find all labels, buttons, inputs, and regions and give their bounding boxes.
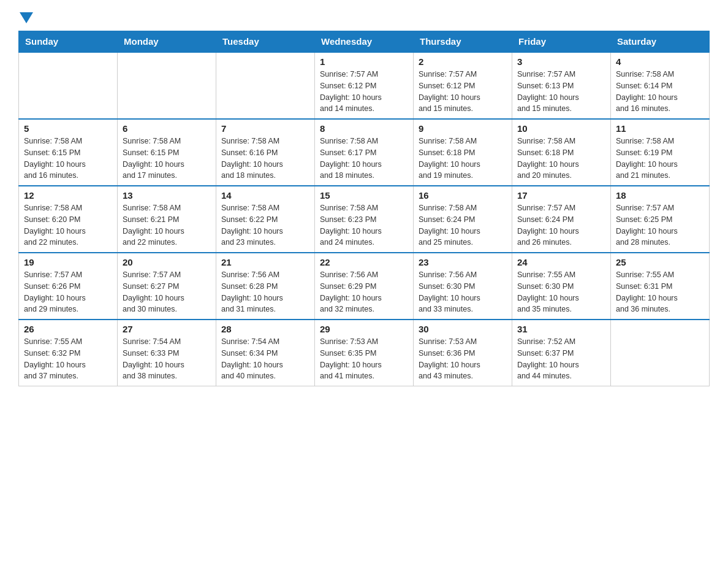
day-of-week-header: Wednesday: [315, 31, 414, 53]
day-number: 13: [123, 190, 211, 201]
day-of-week-header: Monday: [118, 31, 216, 53]
day-info: Sunrise: 7:58 AM Sunset: 6:14 PM Dayligh…: [616, 69, 704, 115]
calendar-cell: 23Sunrise: 7:56 AM Sunset: 6:30 PM Dayli…: [414, 253, 512, 320]
calendar-cell: 31Sunrise: 7:52 AM Sunset: 6:37 PM Dayli…: [512, 320, 611, 386]
calendar-cell: [19, 52, 118, 119]
day-of-week-header: Saturday: [611, 31, 710, 53]
day-number: 27: [123, 324, 211, 334]
calendar-cell: 20Sunrise: 7:57 AM Sunset: 6:27 PM Dayli…: [118, 253, 216, 320]
logo-triangle-icon: [20, 12, 33, 25]
day-number: 4: [616, 56, 704, 67]
calendar-cell: 22Sunrise: 7:56 AM Sunset: 6:29 PM Dayli…: [315, 253, 414, 320]
calendar-cell: 25Sunrise: 7:55 AM Sunset: 6:31 PM Dayli…: [611, 253, 710, 320]
day-info: Sunrise: 7:56 AM Sunset: 6:28 PM Dayligh…: [221, 269, 309, 315]
day-number: 10: [517, 123, 605, 134]
day-info: Sunrise: 7:58 AM Sunset: 6:22 PM Dayligh…: [221, 202, 309, 248]
day-number: 19: [24, 257, 112, 267]
day-info: Sunrise: 7:57 AM Sunset: 6:13 PM Dayligh…: [517, 69, 605, 115]
day-number: 12: [24, 190, 112, 201]
calendar-cell: 18Sunrise: 7:57 AM Sunset: 6:25 PM Dayli…: [611, 186, 710, 253]
calendar-cell: 13Sunrise: 7:58 AM Sunset: 6:21 PM Dayli…: [118, 186, 216, 253]
day-number: 21: [221, 257, 309, 267]
day-number: 30: [419, 324, 507, 334]
day-info: Sunrise: 7:55 AM Sunset: 6:30 PM Dayligh…: [517, 269, 605, 315]
calendar-cell: 16Sunrise: 7:58 AM Sunset: 6:24 PM Dayli…: [414, 186, 512, 253]
calendar-cell: [216, 52, 315, 119]
day-number: 23: [419, 257, 507, 267]
day-info: Sunrise: 7:58 AM Sunset: 6:18 PM Dayligh…: [419, 136, 507, 182]
day-info: Sunrise: 7:58 AM Sunset: 6:23 PM Dayligh…: [320, 202, 408, 248]
day-info: Sunrise: 7:57 AM Sunset: 6:24 PM Dayligh…: [517, 202, 605, 248]
day-info: Sunrise: 7:56 AM Sunset: 6:29 PM Dayligh…: [320, 269, 408, 315]
day-info: Sunrise: 7:58 AM Sunset: 6:21 PM Dayligh…: [123, 202, 211, 248]
day-number: 6: [123, 123, 211, 134]
calendar-week-row: 12Sunrise: 7:58 AM Sunset: 6:20 PM Dayli…: [19, 186, 710, 253]
day-number: 26: [24, 324, 112, 334]
calendar-week-row: 1Sunrise: 7:57 AM Sunset: 6:12 PM Daylig…: [19, 52, 710, 119]
day-info: Sunrise: 7:57 AM Sunset: 6:12 PM Dayligh…: [320, 69, 408, 115]
day-number: 3: [517, 56, 605, 67]
day-number: 2: [419, 56, 507, 67]
day-number: 11: [616, 123, 704, 134]
day-info: Sunrise: 7:53 AM Sunset: 6:36 PM Dayligh…: [419, 336, 507, 382]
calendar-cell: 21Sunrise: 7:56 AM Sunset: 6:28 PM Dayli…: [216, 253, 315, 320]
day-number: 8: [320, 123, 408, 134]
calendar-cell: [118, 52, 216, 119]
day-number: 18: [616, 190, 704, 201]
day-info: Sunrise: 7:57 AM Sunset: 6:26 PM Dayligh…: [24, 269, 112, 315]
calendar-cell: 17Sunrise: 7:57 AM Sunset: 6:24 PM Dayli…: [512, 186, 611, 253]
day-number: 25: [616, 257, 704, 267]
calendar-week-row: 26Sunrise: 7:55 AM Sunset: 6:32 PM Dayli…: [19, 320, 710, 386]
day-info: Sunrise: 7:58 AM Sunset: 6:20 PM Dayligh…: [24, 202, 112, 248]
calendar-cell: 24Sunrise: 7:55 AM Sunset: 6:30 PM Dayli…: [512, 253, 611, 320]
day-number: 24: [517, 257, 605, 267]
calendar-cell: 10Sunrise: 7:58 AM Sunset: 6:18 PM Dayli…: [512, 119, 611, 186]
calendar-cell: [611, 320, 710, 386]
calendar-cell: 30Sunrise: 7:53 AM Sunset: 6:36 PM Dayli…: [414, 320, 512, 386]
day-number: 20: [123, 257, 211, 267]
day-of-week-header: Sunday: [19, 31, 118, 53]
calendar-cell: 28Sunrise: 7:54 AM Sunset: 6:34 PM Dayli…: [216, 320, 315, 386]
calendar-table: SundayMondayTuesdayWednesdayThursdayFrid…: [18, 31, 710, 386]
day-of-week-header: Thursday: [414, 31, 512, 53]
page-header: [18, 12, 710, 25]
calendar-cell: 19Sunrise: 7:57 AM Sunset: 6:26 PM Dayli…: [19, 253, 118, 320]
calendar-week-row: 19Sunrise: 7:57 AM Sunset: 6:26 PM Dayli…: [19, 253, 710, 320]
day-info: Sunrise: 7:55 AM Sunset: 6:32 PM Dayligh…: [24, 336, 112, 382]
day-number: 1: [320, 56, 408, 67]
day-number: 31: [517, 324, 605, 334]
day-info: Sunrise: 7:58 AM Sunset: 6:18 PM Dayligh…: [517, 136, 605, 182]
calendar-cell: 2Sunrise: 7:57 AM Sunset: 6:12 PM Daylig…: [414, 52, 512, 119]
day-number: 22: [320, 257, 408, 267]
calendar-cell: 7Sunrise: 7:58 AM Sunset: 6:16 PM Daylig…: [216, 119, 315, 186]
day-info: Sunrise: 7:56 AM Sunset: 6:30 PM Dayligh…: [419, 269, 507, 315]
day-number: 15: [320, 190, 408, 201]
day-info: Sunrise: 7:52 AM Sunset: 6:37 PM Dayligh…: [517, 336, 605, 382]
day-number: 17: [517, 190, 605, 201]
day-number: 14: [221, 190, 309, 201]
day-info: Sunrise: 7:53 AM Sunset: 6:35 PM Dayligh…: [320, 336, 408, 382]
calendar-cell: 12Sunrise: 7:58 AM Sunset: 6:20 PM Dayli…: [19, 186, 118, 253]
day-info: Sunrise: 7:58 AM Sunset: 6:19 PM Dayligh…: [616, 136, 704, 182]
calendar-cell: 27Sunrise: 7:54 AM Sunset: 6:33 PM Dayli…: [118, 320, 216, 386]
day-info: Sunrise: 7:57 AM Sunset: 6:12 PM Dayligh…: [419, 69, 507, 115]
day-number: 5: [24, 123, 112, 134]
day-number: 7: [221, 123, 309, 134]
day-info: Sunrise: 7:58 AM Sunset: 6:24 PM Dayligh…: [419, 202, 507, 248]
day-info: Sunrise: 7:57 AM Sunset: 6:25 PM Dayligh…: [616, 202, 704, 248]
calendar-cell: 29Sunrise: 7:53 AM Sunset: 6:35 PM Dayli…: [315, 320, 414, 386]
calendar-cell: 26Sunrise: 7:55 AM Sunset: 6:32 PM Dayli…: [19, 320, 118, 386]
day-info: Sunrise: 7:58 AM Sunset: 6:15 PM Dayligh…: [123, 136, 211, 182]
day-number: 9: [419, 123, 507, 134]
day-info: Sunrise: 7:54 AM Sunset: 6:34 PM Dayligh…: [221, 336, 309, 382]
day-info: Sunrise: 7:55 AM Sunset: 6:31 PM Dayligh…: [616, 269, 704, 315]
calendar-cell: 11Sunrise: 7:58 AM Sunset: 6:19 PM Dayli…: [611, 119, 710, 186]
calendar-cell: 9Sunrise: 7:58 AM Sunset: 6:18 PM Daylig…: [414, 119, 512, 186]
day-info: Sunrise: 7:57 AM Sunset: 6:27 PM Dayligh…: [123, 269, 211, 315]
day-info: Sunrise: 7:58 AM Sunset: 6:16 PM Dayligh…: [221, 136, 309, 182]
calendar-week-row: 5Sunrise: 7:58 AM Sunset: 6:15 PM Daylig…: [19, 119, 710, 186]
calendar-cell: 6Sunrise: 7:58 AM Sunset: 6:15 PM Daylig…: [118, 119, 216, 186]
day-number: 16: [419, 190, 507, 201]
day-info: Sunrise: 7:54 AM Sunset: 6:33 PM Dayligh…: [123, 336, 211, 382]
day-info: Sunrise: 7:58 AM Sunset: 6:17 PM Dayligh…: [320, 136, 408, 182]
